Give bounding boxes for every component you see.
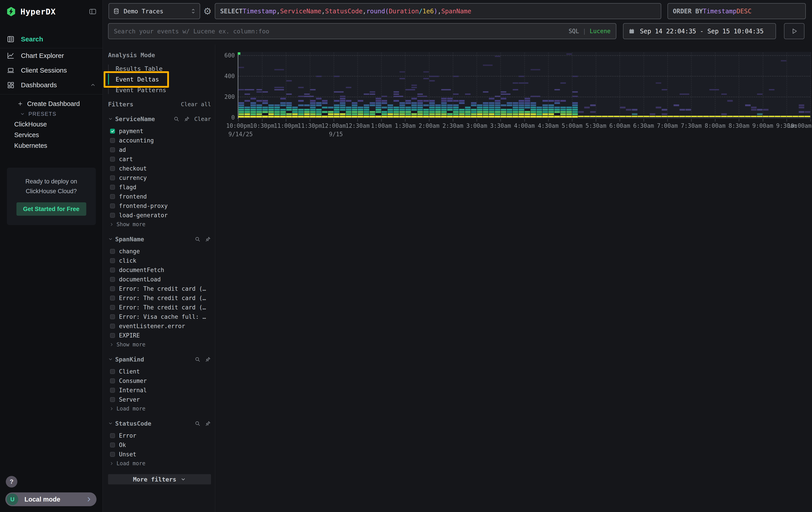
active-tab-indicator [108,74,109,85]
checkbox[interactable] [110,378,115,383]
preset-clickhouse[interactable]: ClickHouse [0,119,103,130]
filter-option-client[interactable]: Client [108,367,211,376]
load-more-button[interactable]: Load more [108,459,211,468]
user-menu-pill[interactable]: U Local mode [5,492,96,506]
checkbox[interactable] [110,166,115,171]
select-clause-editor[interactable]: SELECT Timestamp, ServiceName, StatusCod… [215,3,661,19]
filter-option-frontend[interactable]: frontend [108,192,211,201]
filter-option-accounting[interactable]: accounting [108,136,211,145]
checkbox[interactable] [110,277,115,282]
help-button[interactable]: ? [6,476,17,487]
filter-option-documentfetch[interactable]: documentFetch [108,265,211,275]
presets-toggle[interactable]: PRESETS [0,109,103,119]
run-query-button[interactable] [784,23,805,39]
sidebar-collapse-icon[interactable] [89,7,97,16]
checkbox[interactable] [110,185,115,190]
checkbox[interactable] [110,286,115,291]
filter-option-error-visa-cache-full[interactable]: Error: Visa cache full: … [108,312,211,321]
filter-option-unset[interactable]: Unset [108,450,211,459]
checkbox[interactable] [110,258,115,263]
pin-icon[interactable] [184,116,190,122]
sidebar-item-client-sessions[interactable]: Client Sessions [0,63,103,78]
source-settings-gear-icon[interactable]: ⚙ [200,6,215,17]
checkbox[interactable] [110,204,115,208]
trace-heatmap[interactable] [215,45,812,142]
filter-group-clear-button[interactable]: Clear [194,116,211,122]
checkbox[interactable] [110,213,115,218]
search-icon[interactable] [195,421,201,427]
filter-group-header-statuscode[interactable]: StatusCode [108,419,211,428]
filter-option-click[interactable]: click [108,256,211,265]
filter-option-checkout[interactable]: checkout [108,164,211,173]
filter-option-cart[interactable]: cart [108,155,211,164]
filter-option-flagd[interactable]: flagd [108,183,211,192]
checkbox[interactable] [110,452,115,457]
filter-group-header-spanname[interactable]: SpanName [108,235,211,244]
search-icon[interactable] [195,356,201,362]
filter-option-change[interactable]: change [108,247,211,256]
filter-option-expire[interactable]: EXPIRE [108,331,211,340]
search-icon[interactable] [173,116,179,122]
checkbox[interactable] [110,138,115,143]
filter-option-error-the-credit-card[interactable]: Error: The credit card (… [108,284,211,293]
search-icon[interactable] [195,236,201,242]
checkbox[interactable] [110,305,115,310]
checkbox[interactable] [110,433,115,438]
pin-icon[interactable] [205,236,211,242]
filter-option-currency[interactable]: currency [108,173,211,183]
sidebar-item-chart-explorer[interactable]: Chart Explorer [0,48,103,63]
checkbox[interactable] [110,369,115,374]
checkbox[interactable] [110,296,115,300]
checkbox[interactable] [110,249,115,254]
checkbox-checked[interactable] [110,129,115,134]
tab-results-table[interactable]: Results Table [111,63,211,74]
sidebar-item-search[interactable]: Search [0,33,103,45]
tab-event-patterns[interactable]: Event Patterns [111,85,211,95]
filter-option-payment[interactable]: payment [108,127,211,136]
filter-option-error-the-credit-card[interactable]: Error: The credit card (… [108,293,211,303]
filter-option-documentload[interactable]: documentLoad [108,275,211,284]
checkbox[interactable] [110,194,115,199]
checkbox[interactable] [110,268,115,272]
filter-option-load-generator[interactable]: load-generator [108,211,211,220]
show-more-button[interactable]: Show more [108,220,211,229]
filter-option-consumer[interactable]: Consumer [108,376,211,385]
more-filters-button[interactable]: More filters [108,474,211,484]
source-select[interactable]: Demo Traces [109,3,200,19]
order-by-editor[interactable]: ORDER BY Timestamp DESC [667,3,806,19]
filter-option-internal[interactable]: Internal [108,385,211,395]
filter-option-ad[interactable]: ad [108,145,211,155]
pin-icon[interactable] [205,356,211,362]
clear-all-filters-button[interactable]: Clear all [181,101,211,108]
language-sql-option[interactable]: SQL [569,28,579,34]
create-dashboard-button[interactable]: Create Dashboard [0,99,103,109]
preset-kubernetes[interactable]: Kubernetes [0,140,103,151]
sidebar-item-dashboards[interactable]: Dashboards [0,78,103,92]
show-more-button[interactable]: Show more [108,340,211,349]
checkbox[interactable] [110,388,115,393]
tab-event-deltas[interactable]: Event Deltas [111,74,211,85]
filter-option-eventlistener-error[interactable]: eventListener.error [108,321,211,331]
checkbox[interactable] [110,397,115,402]
filter-option-ok[interactable]: Ok [108,440,211,450]
pin-icon[interactable] [205,421,211,427]
load-more-button[interactable]: Load more [108,404,211,413]
checkbox[interactable] [110,333,115,338]
checkbox[interactable] [110,157,115,162]
filter-option-error-the-credit-card[interactable]: Error: The credit card (… [108,303,211,312]
checkbox[interactable] [110,147,115,152]
preset-services[interactable]: Services [0,130,103,140]
filter-option-server[interactable]: Server [108,395,211,404]
language-lucene-option[interactable]: Lucene [590,28,611,34]
filter-group-header-servicename[interactable]: ServiceNameClear [108,114,211,123]
checkbox[interactable] [110,442,115,448]
filter-option-error[interactable]: Error [108,431,211,440]
checkbox[interactable] [110,314,115,319]
date-range-picker[interactable]: Sep 14 22:04:35 - Sep 15 10:04:35 [623,23,776,39]
filter-group-header-spankind[interactable]: SpanKind [108,355,211,364]
get-started-button[interactable]: Get Started for Free [17,203,86,216]
checkbox[interactable] [110,176,115,180]
checkbox[interactable] [110,324,115,329]
filter-option-frontend-proxy[interactable]: frontend-proxy [108,201,211,211]
search-input[interactable] [114,28,564,35]
